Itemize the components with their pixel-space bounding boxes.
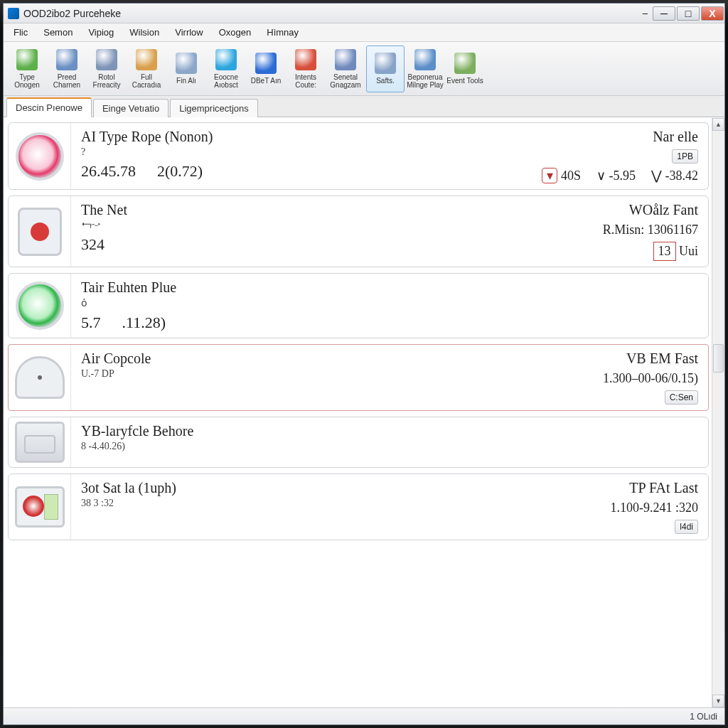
maximize-button[interactable]: □	[677, 6, 700, 21]
toolbar-icon	[295, 49, 316, 70]
toolbar-icon	[414, 49, 436, 70]
vertical-scrollbar[interactable]: ▲ ▼	[712, 118, 724, 707]
panel-2[interactable]: Tair Euhten Plueȯ5.7.11.28)	[8, 273, 709, 338]
toolbar-btn-1[interactable]: Preed Charnen	[48, 46, 86, 92]
panel-title: Air Copcole	[81, 350, 151, 367]
menu-oxogen[interactable]: Oxogen	[212, 25, 259, 40]
toolbar-btn-0[interactable]: Type Onogen	[8, 46, 46, 92]
panel-body: AI Type Rope (Nonon)?26.45.782(0.72)Nar …	[71, 123, 708, 189]
toolbar-btn-7[interactable]: Intents Coute:	[287, 46, 325, 92]
panel-sub: ?	[81, 146, 213, 158]
content-area: AI Type Rope (Nonon)?26.45.782(0.72)Nar …	[4, 117, 724, 707]
panel-values: 5.7.11.28)	[81, 314, 176, 332]
panel-right-title: Nar elle	[653, 129, 698, 145]
toolbar-btn-11[interactable]: Event Tools	[446, 46, 484, 92]
panel-sub: U.-7 DP	[81, 368, 151, 380]
tab-1[interactable]: Einge Vetıatio	[93, 99, 168, 117]
menu-hìmnay[interactable]: Hìmnay	[259, 25, 306, 40]
menu-semon[interactable]: Semon	[36, 25, 80, 40]
panel-box: 13 Uui	[653, 242, 699, 261]
panel-right-line: 1.300–00-06/0.15)	[603, 371, 698, 386]
tab-bar: Descin PıenoweEinge VetıatioLigempricect…	[4, 96, 724, 117]
app-icon	[8, 8, 19, 19]
scroll-thumb[interactable]	[713, 344, 724, 373]
toolbar-label: Intents Coute:	[287, 73, 324, 89]
panel-right-line: 1.100-9.241 :320	[611, 500, 699, 515]
toolbar-icon	[375, 53, 396, 74]
scroll-down-button[interactable]: ▼	[712, 695, 724, 707]
tab-0[interactable]: Descin Pıenowe	[6, 97, 92, 117]
toolbar-icon	[56, 49, 77, 70]
toolbar-label: Type Onogen	[9, 73, 46, 89]
toolbar-label: Fin Alı	[176, 77, 196, 85]
panel-4[interactable]: YB-laryfcle Behore8 -4.40.26)	[8, 417, 709, 468]
toolbar-label: Full Cacradıa	[128, 73, 165, 89]
panel-1[interactable]: The Net⮢↝324WOålz FantR.Misn: 1306116713…	[8, 196, 709, 267]
panel-right-title: VB EM Fast	[626, 350, 698, 367]
menu-virrlow[interactable]: Virrlow	[168, 25, 210, 40]
toolbar-btn-3[interactable]: Full Cacradıa	[127, 46, 166, 92]
panel-small-button[interactable]: 1PB	[672, 149, 698, 164]
titlebar-separator: –	[643, 8, 648, 18]
menu-wilsion[interactable]: Wilsion	[122, 25, 166, 40]
scroll-up-button[interactable]: ▲	[712, 118, 724, 131]
toolbar-btn-2[interactable]: Rotol Frreacity	[87, 46, 126, 92]
toolbar-label: Preed Charnen	[48, 73, 85, 89]
panel-title: The Net	[81, 202, 127, 218]
panel-body: Tair Euhten Plueȯ5.7.11.28)	[71, 274, 708, 338]
panel-body: 3ot Sat la (1uph)38 3 :32TP FAt Last1.10…	[71, 474, 708, 540]
toolbar-icon	[335, 49, 356, 70]
panel-sub: ⮢↝	[81, 220, 127, 231]
gauge-icon	[9, 274, 71, 338]
gauge-icon	[9, 474, 71, 540]
panel-title: AI Type Rope (Nonon)	[81, 129, 213, 145]
panel-title: Tair Euhten Plue	[81, 279, 176, 296]
status-bar: 1 OLıdi	[4, 707, 724, 724]
tab-2[interactable]: Ligempricectjons	[170, 99, 258, 117]
panel-right: WOålz FantR.Misn: 1306116713 Uui	[603, 202, 698, 261]
gauge-icon	[9, 196, 71, 267]
toolbar-btn-5[interactable]: Eoocne Aıobsct	[207, 46, 245, 92]
toolbar-btn-9[interactable]: Safts.	[366, 46, 405, 92]
toolbar-icon	[215, 49, 237, 70]
panel-title: YB-laryfcle Behore	[81, 423, 193, 439]
panel-right-title: TP FAt Last	[629, 480, 698, 496]
toolbar-icon	[176, 53, 197, 74]
toolbar-label: Senetal Gnagzam	[327, 73, 364, 89]
toolbar-label: Beponerua Milnge Play	[407, 73, 444, 89]
window-title: OOD2ibo2 Purceheke	[23, 8, 643, 19]
panel-list: AI Type Rope (Nonon)?26.45.782(0.72)Nar …	[4, 118, 712, 707]
panel-0[interactable]: AI Type Rope (Nonon)?26.45.782(0.72)Nar …	[8, 122, 709, 190]
toolbar-btn-10[interactable]: Beponerua Milnge Play	[406, 46, 444, 92]
panel-right-line: R.Misn: 13061167	[603, 223, 698, 237]
toolbar-label: Eoocne Aıobsct	[208, 73, 245, 89]
panel-5[interactable]: 3ot Sat la (1uph)38 3 :32TP FAt Last1.10…	[8, 473, 709, 540]
close-button[interactable]: X	[701, 6, 724, 21]
toolbar-icon	[454, 53, 476, 74]
panel-action-button[interactable]: C:Sen	[665, 390, 698, 405]
titlebar: OOD2ibo2 Purceheke – ─ □ X	[4, 4, 724, 23]
panel-values: 324	[81, 235, 127, 254]
minimize-button[interactable]: ─	[653, 6, 675, 21]
panel-sub: ȯ	[81, 297, 176, 309]
toolbar-btn-8[interactable]: Senetal Gnagzam	[326, 46, 365, 92]
toolbar: Type OnogenPreed CharnenRotol FrreacityF…	[4, 42, 724, 96]
menu-vipiog[interactable]: Vipiog	[81, 25, 121, 40]
panel-right: Nar elle1PB▾ 40S∨ -5.95⋁ -38.42	[542, 129, 698, 183]
panel-action-button[interactable]: l4di	[675, 520, 698, 534]
scroll-track[interactable]	[712, 131, 724, 695]
panel-stats: ▾ 40S∨ -5.95⋁ -38.42	[542, 168, 698, 183]
app-window: OOD2ibo2 Purceheke – ─ □ X FlicSemonVipi…	[3, 3, 725, 725]
toolbar-icon	[136, 49, 157, 70]
panel-3[interactable]: Air CopcoleU.-7 DPVB EM Fast1.300–00-06/…	[8, 344, 709, 411]
gauge-icon	[9, 123, 71, 189]
toolbar-btn-4[interactable]: Fin Alı	[167, 46, 205, 92]
gauge-icon	[9, 417, 71, 467]
toolbar-icon	[96, 49, 117, 70]
toolbar-icon	[16, 49, 38, 70]
toolbar-btn-6[interactable]: DBeT Aın	[247, 46, 285, 92]
panel-body: YB-laryfcle Behore8 -4.40.26)	[71, 417, 708, 467]
panel-right: TP FAt Last1.100-9.241 :320l4di	[611, 480, 699, 534]
stat-value: ∨ -5.95	[596, 168, 636, 183]
menu-flic[interactable]: Flic	[6, 25, 35, 40]
